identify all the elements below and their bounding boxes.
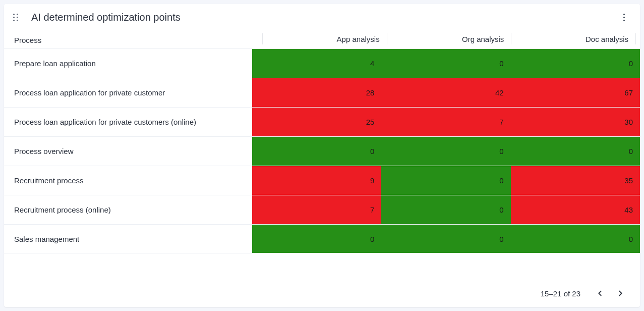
optimization-card: AI determined optimization points Proces… [4,4,640,307]
card-title: AI determined optimization points [31,12,618,23]
card-header: AI determined optimization points [4,4,640,30]
column-header-app[interactable]: App analysis [262,33,387,44]
cell-doc: 0 [511,137,640,166]
prev-page-button[interactable] [595,288,606,299]
cell-process: Recruitment process (online) [4,195,252,224]
cell-app: 7 [252,195,381,224]
cell-org: 0 [381,195,510,224]
cell-app: 0 [252,225,381,253]
cell-org: 0 [381,137,510,166]
column-header-process[interactable]: Process [14,36,262,44]
cell-doc: 67 [511,78,640,107]
cell-process: Process loan application for private cus… [4,108,252,136]
cell-process: Process overview [4,137,252,166]
table-row[interactable]: Recruitment process9035 [4,166,640,195]
chevron-right-icon [617,290,624,297]
cell-org: 42 [381,78,510,107]
cell-process: Process loan application for private cus… [4,78,252,107]
table-header-row: Process App analysis Org analysis Doc an… [4,30,640,48]
cell-app: 25 [252,108,381,136]
cell-process: Prepare loan application [4,49,252,78]
cell-doc: 0 [511,49,640,78]
cell-app: 4 [252,49,381,78]
table-row[interactable]: Process loan application for private cus… [4,78,640,107]
table-row[interactable]: Process loan application for private cus… [4,107,640,136]
cell-process: Recruitment process [4,166,252,195]
column-header-doc[interactable]: Doc analysis [511,33,636,44]
cell-org: 0 [381,225,510,253]
table-row[interactable]: Prepare loan application400 [4,48,640,78]
table-body: Prepare loan application400Process loan … [4,48,640,280]
table-footer: 15–21 of 23 [4,280,640,307]
chevron-left-icon [597,290,604,297]
column-header-org[interactable]: Org analysis [387,33,511,44]
cell-org: 0 [381,49,510,78]
pagination-range: 15–21 of 23 [541,289,580,298]
cell-doc: 30 [511,108,640,136]
cell-doc: 0 [511,225,640,253]
cell-org: 7 [381,108,510,136]
next-page-button[interactable] [615,288,626,299]
table-row[interactable]: Recruitment process (online)7043 [4,195,640,224]
cell-doc: 43 [511,195,640,224]
cell-org: 0 [381,166,510,195]
more-menu-button[interactable] [618,11,630,23]
cell-doc: 35 [511,166,640,195]
cell-process: Sales management [4,225,252,253]
cell-app: 0 [252,137,381,166]
cell-app: 28 [252,78,381,107]
table-row[interactable]: Process overview000 [4,136,640,166]
table-row[interactable]: Sales management000 [4,224,640,253]
cell-app: 9 [252,166,381,195]
drag-handle-icon[interactable] [13,14,20,21]
pagination-controls [595,288,626,299]
